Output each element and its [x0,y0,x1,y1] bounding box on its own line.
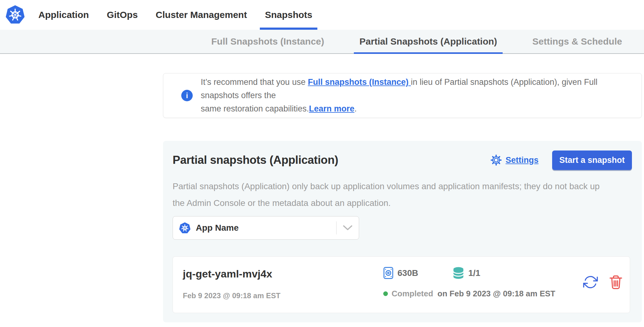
snapshot-row: jq-get-yaml-mvj4x Feb 9 2023 @ 09:18 am … [173,256,630,313]
nav-item-gitops[interactable]: GitOps [102,0,143,30]
settings-link-label: Settings [505,155,539,165]
banner-text-part: same restoration capabilities. [201,104,309,113]
chevron-down-icon [343,225,352,231]
tab-partial-snapshots-application[interactable]: Partial Snapshots (Application) [354,30,503,53]
partial-snapshots-panel: Partial snapshots (Application) [163,141,642,322]
banner-text: It’s recommend that you use Full snapsho… [201,76,629,116]
delete-snapshot-button[interactable] [608,275,623,290]
snapshot-name: jq-get-yaml-mvj4x [183,268,272,280]
snapshot-size-value: 630B [397,268,418,278]
learn-more-link[interactable]: Learn more [309,104,354,113]
nav-item-label: Cluster Management [156,10,247,20]
panel-title: Partial snapshots (Application) [173,154,338,167]
restore-snapshot-button[interactable] [583,275,598,290]
panel-description-line: Partial snapshots (Application) only bac… [173,178,600,195]
status-timestamp: on Feb 9 2023 @ 09:18 am EST [437,289,555,299]
snapshots-page: Application GitOps Cluster Management Sn… [0,0,644,327]
info-icon: i [181,90,193,101]
start-snapshot-button[interactable]: Start a snapshot [552,150,632,170]
snapshot-status: Completed on Feb 9 2023 @ 09:18 am EST [383,289,555,299]
nav-item-cluster-management[interactable]: Cluster Management [151,0,252,30]
status-dot-icon [383,291,388,296]
status-label: Completed [392,289,433,299]
tab-label: Full Snapshots (Instance) [211,36,324,47]
snapshot-volumes-metric: 1/1 [452,267,480,280]
tab-label: Settings & Schedule [532,36,622,47]
snapshot-settings-link[interactable]: Settings [491,155,539,166]
nav-item-label: Application [38,10,89,20]
snapshot-size-metric: 630B [383,267,418,279]
panel-description-line: the Admin Console or the metadata about … [173,195,600,211]
restore-icon [583,275,598,290]
recommendation-banner: i It’s recommend that you use Full snaps… [163,73,642,118]
banner-text-part: . [354,104,357,113]
trash-icon [609,275,623,290]
snapshot-volumes-value: 1/1 [468,268,480,278]
tab-active-indicator [354,52,503,54]
kubernetes-app-icon [179,222,191,234]
nav-item-application[interactable]: Application [33,0,94,30]
selected-app-name: App Name [196,223,238,233]
nav-item-snapshots[interactable]: Snapshots [260,0,317,30]
select-chevron-area[interactable] [337,225,359,231]
disk-size-icon [383,267,393,279]
snapshots-sub-nav: Full Snapshots (Instance) Partial Snapsh… [0,30,644,54]
snapshot-started-timestamp: Feb 9 2023 @ 09:18 am EST [183,291,281,300]
nav-active-indicator [260,28,317,30]
panel-header: Partial snapshots (Application) [173,150,632,170]
nav-item-label: GitOps [107,10,138,20]
panel-description: Partial snapshots (Application) only bac… [173,178,600,211]
full-snapshots-instance-link[interactable]: Full snapshots (Instance) [308,77,411,87]
tab-label: Partial Snapshots (Application) [359,36,497,47]
kubernetes-logo-icon [6,5,25,25]
app-name-select[interactable]: App Name [173,216,359,240]
top-nav-items: Application GitOps Cluster Management Sn… [33,0,317,30]
banner-text-part: It’s recommend that you use [201,77,308,87]
tab-full-snapshots-instance[interactable]: Full Snapshots (Instance) [206,30,330,53]
top-nav: Application GitOps Cluster Management Sn… [0,0,644,30]
tab-settings-schedule[interactable]: Settings & Schedule [527,30,628,53]
gear-icon [491,155,502,166]
nav-item-label: Snapshots [265,10,312,20]
volumes-icon [452,267,465,280]
